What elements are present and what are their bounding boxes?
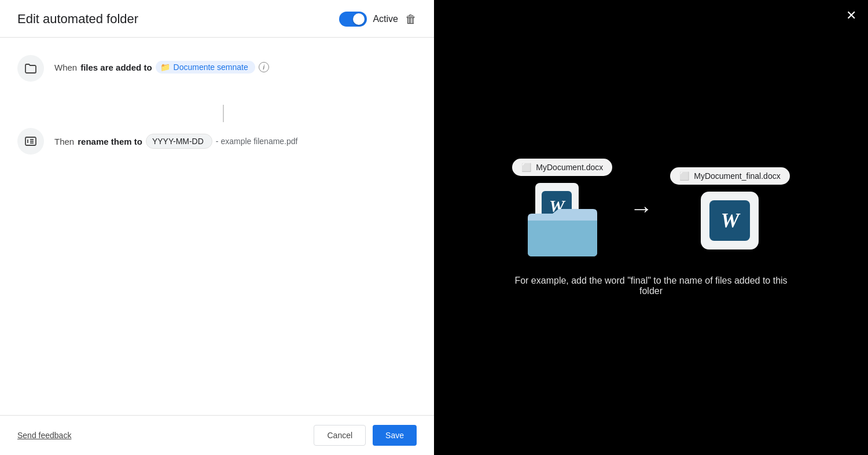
illustration-area: ⬜ MyDocument.docx W <box>434 159 868 296</box>
step2-icon-circle <box>17 128 44 155</box>
illustration-row: ⬜ MyDocument.docx W <box>512 159 789 258</box>
left-content: When files are added to 📁 Documente semn… <box>0 38 434 415</box>
dialog-header: Edit automated folder Active 🗑 <box>0 0 434 38</box>
dialog-title: Edit automated folder <box>17 12 138 27</box>
word-doc-after: W <box>701 192 759 249</box>
rename-token: YYYY-MM-DD <box>152 137 204 146</box>
folder-name: Documente semnate <box>174 63 248 72</box>
save-button[interactable]: Save <box>373 425 417 446</box>
connector-line <box>223 105 224 122</box>
arrow-right-icon: → <box>630 196 653 222</box>
left-panel: Edit automated folder Active 🗑 <box>0 0 434 455</box>
folder-badge-icon: 📁 <box>160 63 170 72</box>
info-icon[interactable]: i <box>259 62 269 72</box>
header-controls: Active 🗑 <box>339 12 417 27</box>
before-file-name: MyDocument.docx <box>536 163 603 172</box>
step1-text: When files are added to 📁 Documente semn… <box>54 55 269 74</box>
after-file-icon: ⬜ <box>679 171 689 181</box>
folder-badge[interactable]: 📁 Documente semnate <box>156 61 255 74</box>
step1-row: When files are added to 📁 Documente semn… <box>17 55 417 82</box>
folder-svg <box>525 203 600 258</box>
footer-action-buttons: Cancel Save <box>314 425 417 446</box>
after-file-card: ⬜ MyDocument_final.docx W <box>670 167 789 249</box>
before-file-label: ⬜ MyDocument.docx <box>512 159 612 176</box>
step2-text: Then rename them to YYYY-MM-DD - example… <box>54 128 297 149</box>
folder-word-container: W <box>525 183 600 258</box>
active-label: Active <box>373 14 398 24</box>
illustration-caption: For example, add the word "final" to the… <box>506 276 796 296</box>
step1-bold: files are added to <box>80 63 152 72</box>
word-letter-after: W <box>720 208 739 233</box>
rename-suffix: - example filename.pdf <box>216 137 298 146</box>
step1-prefix: When <box>54 63 77 72</box>
right-panel: ✕ ⬜ MyDocument.docx W <box>434 0 868 455</box>
step2-bold: rename them to <box>78 137 142 146</box>
rename-badge[interactable]: YYYY-MM-DD <box>146 134 212 149</box>
step-connector <box>30 105 417 122</box>
active-toggle-container: Active <box>339 12 398 27</box>
rename-icon <box>24 134 38 148</box>
cancel-button[interactable]: Cancel <box>314 425 366 446</box>
delete-icon[interactable]: 🗑 <box>405 13 417 26</box>
folder-icon <box>24 61 38 75</box>
word-inner-after: W <box>709 200 750 241</box>
dialog-footer: Send feedback Cancel Save <box>0 415 434 455</box>
after-file-name: MyDocument_final.docx <box>694 171 780 181</box>
step1-icon-circle <box>17 55 44 82</box>
step2-row: Then rename them to YYYY-MM-DD - example… <box>17 128 417 155</box>
step2-prefix: Then <box>54 137 74 146</box>
active-toggle[interactable] <box>339 12 367 27</box>
before-file-card: ⬜ MyDocument.docx W <box>512 159 612 258</box>
close-button[interactable]: ✕ <box>846 9 856 22</box>
before-file-icon: ⬜ <box>521 163 531 172</box>
after-file-label: ⬜ MyDocument_final.docx <box>670 167 789 185</box>
send-feedback-button[interactable]: Send feedback <box>17 431 71 440</box>
